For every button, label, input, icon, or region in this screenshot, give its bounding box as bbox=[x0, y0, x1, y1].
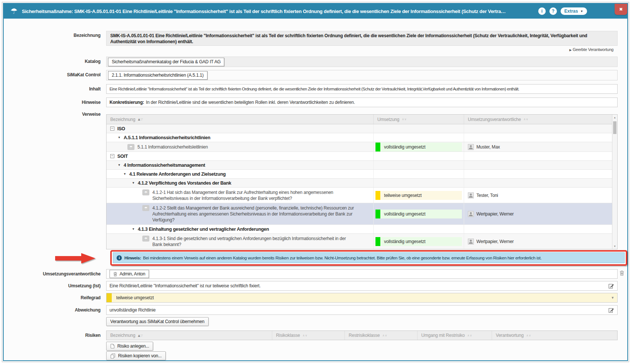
umsetzung-cell bbox=[374, 225, 464, 233]
tree-group-label: 4.1.3 Einhaltung gesetzlicher und vertra… bbox=[138, 227, 269, 232]
help-button[interactable]: ? bbox=[549, 7, 557, 15]
geerbte-verantwortung-link[interactable]: ▶Geerbte Verantwortung bbox=[106, 47, 613, 52]
reifegrad-label: Reifegrad bbox=[6, 295, 101, 300]
verantwortliche-cell bbox=[464, 225, 608, 233]
sort-asc-icon[interactable]: ∧ bbox=[526, 334, 529, 337]
column-header[interactable]: Umgang mit Restrisiko∧∨ bbox=[418, 331, 492, 340]
expand-toggle-icon[interactable]: ▼ bbox=[123, 172, 126, 176]
responsible-person: Wertpapier, Werner bbox=[476, 239, 514, 244]
sort-asc-icon[interactable]: ∧ bbox=[467, 334, 470, 337]
column-header[interactable]: Umsetzungsverantwortliche∧∨ bbox=[464, 115, 613, 124]
expand-toggle-icon[interactable]: ▼ bbox=[118, 136, 121, 139]
risiken-kopieren-button[interactable]: Risiken kopieren von... bbox=[106, 351, 166, 360]
sort-asc-icon[interactable]: ▲ bbox=[138, 334, 140, 337]
vertical-scrollbar[interactable]: ▲ ▼ bbox=[612, 115, 617, 249]
edit-button[interactable] bbox=[608, 307, 614, 313]
status-text: vollständig umgesetzt bbox=[380, 210, 462, 218]
info-button[interactable]: i bbox=[538, 7, 546, 15]
tree-leaf-row[interactable]: ☂5.1.1 Informationssicherheitsleitlinien… bbox=[107, 142, 617, 152]
expand-toggle-icon[interactable]: ▼ bbox=[132, 227, 135, 231]
inhalt-label: Inhalt bbox=[6, 86, 101, 92]
risiko-anlegen-button[interactable]: Risiko anlegen... bbox=[106, 342, 153, 351]
hinweis-prefix: Hinweis: bbox=[124, 256, 141, 260]
trash-icon bbox=[113, 272, 117, 277]
umsetzung-cell: teilweise umgesetzt bbox=[374, 188, 464, 203]
new-document-icon bbox=[110, 344, 115, 349]
sort-desc-icon[interactable]: ▽ bbox=[140, 118, 143, 121]
umsetzung-cell bbox=[374, 161, 464, 169]
tree-leaf-row[interactable]: ☂4.1.2-2 Stellt das Management der Bank … bbox=[107, 203, 617, 225]
hinweise-prefix: Konkretisierung: bbox=[110, 100, 144, 105]
trash-icon bbox=[619, 270, 624, 276]
column-header[interactable]: Bezeichnung▲▽ bbox=[107, 115, 374, 124]
sort-desc-icon[interactable]: ▽ bbox=[140, 334, 143, 337]
column-header[interactable]: Risikoklasse∧∨ bbox=[272, 331, 345, 340]
tree-group-label: 4.1.2 Verpflichtung des Vorstandes der B… bbox=[138, 181, 231, 186]
edit-button[interactable] bbox=[608, 283, 614, 289]
tree-group-row[interactable]: ▼A.5.1.1 Informationssicherheitsrichtlin… bbox=[107, 133, 617, 142]
umbrella-icon: ☂ bbox=[10, 7, 18, 16]
umsetzung-cell: vollständig umgesetzt bbox=[374, 234, 464, 249]
abweichung-label: Abweichung bbox=[6, 307, 101, 313]
tree-group-row[interactable]: −ISO bbox=[107, 124, 617, 133]
verweise-header: Bezeichnung▲▽Umsetzung∧∨Umsetzungsverant… bbox=[107, 115, 617, 124]
sort-desc-icon[interactable]: ∨ bbox=[305, 334, 307, 337]
measure-icon: ☂ bbox=[142, 236, 149, 242]
chevron-down-icon[interactable]: ▼ bbox=[611, 296, 617, 300]
umsetzung-cell: vollständig umgesetzt bbox=[374, 203, 464, 224]
umsetzung-ist-field[interactable]: Eine Richtlinie/Leitlinie "Informationss… bbox=[106, 281, 618, 291]
person-icon bbox=[468, 192, 474, 198]
abweichung-field[interactable]: unvollständige Richtlinie bbox=[106, 305, 618, 315]
umsetzung-cell: vollständig umgesetzt bbox=[374, 142, 464, 151]
collapse-icon[interactable]: − bbox=[110, 154, 114, 158]
reifegrad-color-bar bbox=[107, 293, 112, 302]
hinweis-infobox: i Hinweis: Bei mindestens einem Verweis … bbox=[113, 252, 625, 263]
sort-desc-icon[interactable]: ∨ bbox=[529, 334, 531, 337]
tree-group-row[interactable]: ▼4.1.3 Einhaltung gesetzlicher und vertr… bbox=[107, 225, 617, 234]
column-header[interactable]: Bezeichnung▲▽ bbox=[107, 331, 272, 340]
window-title: Sicherheitsmaßnahme: SMK-IS-A.05.01.01-0… bbox=[22, 9, 523, 14]
sort-asc-icon[interactable]: ∧ bbox=[402, 118, 404, 121]
umsetzungsverantwortliche-field[interactable]: Admin, Anton bbox=[106, 269, 618, 279]
simakat-control-row: 2.1.1. Informationssicherheitsrichtlinie… bbox=[106, 70, 618, 80]
column-header[interactable]: Verantwortung∧∨ bbox=[492, 331, 617, 340]
scroll-up-icon[interactable]: ▲ bbox=[612, 116, 617, 119]
sort-desc-icon[interactable]: ∨ bbox=[385, 334, 387, 337]
sort-asc-icon[interactable]: ▲ bbox=[138, 118, 140, 121]
tree-group-row[interactable]: −SOIT bbox=[107, 152, 617, 161]
extras-button[interactable]: Extras ▼ bbox=[561, 7, 587, 15]
sort-asc-icon[interactable]: ∧ bbox=[383, 334, 385, 337]
scroll-down-icon[interactable]: ▼ bbox=[612, 245, 617, 248]
tree-leaf-row[interactable]: ☂4.1.2-1 Hat sich das Management der Ban… bbox=[107, 188, 617, 203]
sort-asc-icon[interactable]: ∧ bbox=[523, 118, 526, 121]
verantwortliche-cell bbox=[464, 133, 608, 142]
column-header[interactable]: Umsetzung∧∨ bbox=[374, 115, 464, 124]
verantwortliche-cell bbox=[464, 124, 608, 133]
tree-group-row[interactable]: ▼4 Informationssicherheitsmanagement bbox=[107, 161, 617, 170]
tree-group-row[interactable]: ▼4.1 Relevante Anforderungen und Zielset… bbox=[107, 170, 617, 179]
tree-leaf-row[interactable]: ☂4.1.3-1 Sind die gesetzlichen und vertr… bbox=[107, 234, 617, 249]
verantwortliche-cell bbox=[464, 179, 608, 187]
umsetzung-cell bbox=[374, 133, 464, 142]
remove-person-button[interactable] bbox=[619, 270, 624, 277]
sort-asc-icon[interactable]: ∧ bbox=[302, 334, 305, 337]
expand-toggle-icon[interactable]: ▼ bbox=[118, 163, 121, 167]
scrollbar-thumb[interactable] bbox=[613, 121, 616, 134]
expand-toggle-icon[interactable]: ▼ bbox=[132, 181, 135, 185]
sort-desc-icon[interactable]: ∨ bbox=[470, 334, 472, 337]
verantwortliche-cell bbox=[464, 161, 608, 169]
column-header[interactable]: Restrisikoklasse∧∨ bbox=[345, 331, 418, 340]
reifegrad-field[interactable]: teilweise umgesetzt ▼ bbox=[106, 293, 618, 303]
umsetzung-status: teilweise umgesetzt bbox=[375, 191, 462, 200]
katalog-button[interactable]: Sicherheitsmaßnahmenkatalog der Fiducia … bbox=[108, 58, 224, 66]
close-button[interactable]: ✖ bbox=[615, 4, 627, 15]
person-chip[interactable]: Admin, Anton bbox=[110, 270, 149, 278]
sort-desc-icon[interactable]: ∨ bbox=[526, 118, 528, 121]
verantwortliche-cell bbox=[464, 170, 608, 178]
triangle-right-icon: ▶ bbox=[570, 48, 572, 52]
tree-group-row[interactable]: ▼4.1.2 Verpflichtung des Vorstandes der … bbox=[107, 179, 617, 188]
collapse-icon[interactable]: − bbox=[110, 127, 114, 131]
verantwortung-uebernehmen-button[interactable]: Verantwortung aus SiMaKat Control überne… bbox=[106, 317, 209, 326]
sort-desc-icon[interactable]: ∨ bbox=[405, 118, 407, 121]
simakat-control-button[interactable]: 2.1.1. Informationssicherheitsrichtlinie… bbox=[108, 71, 207, 80]
